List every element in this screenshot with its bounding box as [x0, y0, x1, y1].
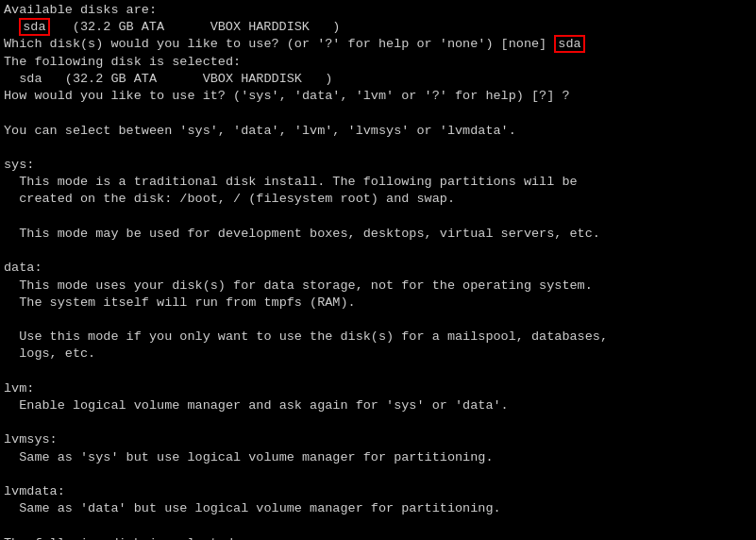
- line-data-label: data:: [4, 260, 752, 277]
- line-sys-desc2: created on the disk: /boot, / (filesyste…: [4, 191, 752, 208]
- line-blank4: [4, 243, 752, 260]
- line-sda-selected: sda (32.2 GB ATA VBOX HARDDISK ): [4, 71, 752, 88]
- line-you-can: You can select between 'sys', 'data', 'l…: [4, 123, 752, 140]
- line-sda-header: sda (32.2 GB ATA VBOX HARDDISK ): [4, 19, 752, 36]
- line-data-desc2: The system itself will run from tmpfs (R…: [4, 295, 752, 312]
- line-blank9: [4, 518, 752, 535]
- line-lvmdata-label: lvmdata:: [4, 483, 752, 500]
- sda-input-box[interactable]: sda: [554, 35, 584, 53]
- line-data-desc1: This mode uses your disk(s) for data sto…: [4, 278, 752, 295]
- line-blank1: [4, 105, 752, 122]
- line-sys-desc3: This mode may be used for development bo…: [4, 226, 752, 243]
- terminal-output: Available disks are: sda (32.2 GB ATA VB…: [4, 2, 752, 540]
- line-lvmdata-desc1: Same as 'data' but use logical volume ma…: [4, 500, 752, 517]
- line-how-use: How would you like to use it? ('sys', 'd…: [4, 88, 752, 105]
- line-blank2: [4, 140, 752, 157]
- line-sys-desc1: This mode is a traditional disk install.…: [4, 174, 752, 191]
- line-blank6: [4, 363, 752, 380]
- line-data-desc4: logs, etc.: [4, 346, 752, 363]
- line-blank3: [4, 209, 752, 226]
- line-which-disk: Which disk(s) would you like to use? (or…: [4, 36, 752, 53]
- line-lvmsys-label: lvmsys:: [4, 431, 752, 448]
- line-blank7: [4, 414, 752, 431]
- sda-box-top: sda: [19, 18, 49, 36]
- line-lvm-label: lvm:: [4, 380, 752, 397]
- line-available: Available disks are:: [4, 2, 752, 19]
- line-following2: The following disk is selected:: [4, 535, 752, 540]
- line-lvmsys-desc1: Same as 'sys' but use logical volume man…: [4, 449, 752, 466]
- line-sys-label: sys:: [4, 157, 752, 174]
- line-following1: The following disk is selected:: [4, 54, 752, 71]
- line-lvm-desc1: Enable logical volume manager and ask ag…: [4, 397, 752, 414]
- line-blank8: [4, 466, 752, 483]
- line-blank5: [4, 312, 752, 329]
- line-data-desc3: Use this mode if you only want to use th…: [4, 329, 752, 346]
